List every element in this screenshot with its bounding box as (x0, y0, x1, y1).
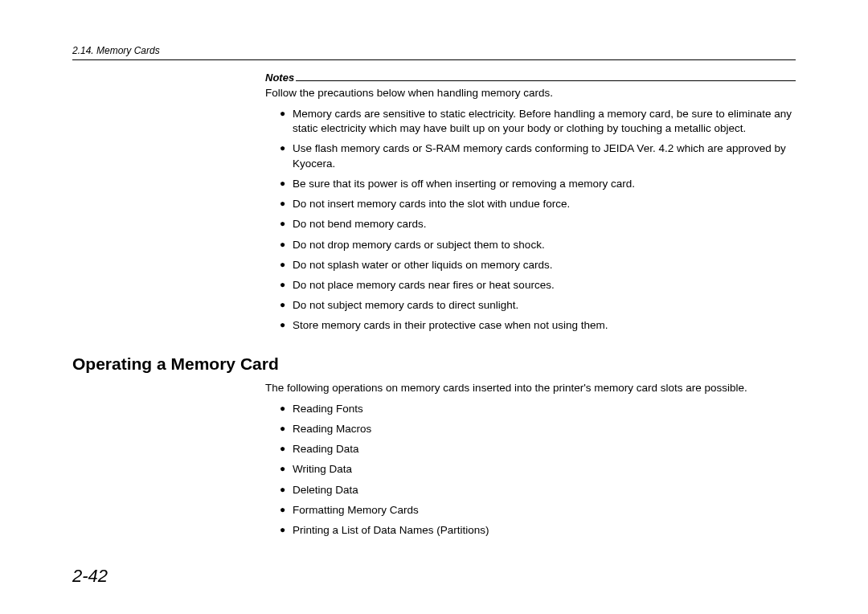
page-number: 2-42 (72, 566, 108, 587)
header-rule (72, 59, 796, 60)
list-item: Do not bend memory cards. (280, 217, 796, 231)
list-item: Writing Data (280, 462, 796, 477)
section-heading-operating: Operating a Memory Card (72, 354, 796, 374)
list-item: Do not insert memory cards into the slot… (280, 197, 796, 211)
operating-intro: The following operations on memory cards… (265, 382, 796, 394)
list-item: Be sure that its power is off when inser… (280, 177, 796, 191)
list-item: Store memory cards in their protective c… (280, 318, 796, 333)
notes-label: Notes (265, 72, 296, 84)
list-item: Reading Data (280, 442, 796, 456)
notes-rule (296, 80, 796, 81)
list-item: Do not drop memory cards or subject them… (280, 238, 796, 252)
notes-heading-row: Notes (265, 72, 796, 84)
document-page: 2.14. Memory Cards Notes Follow the prec… (0, 0, 868, 575)
list-item: Printing a List of Data Names (Partition… (280, 523, 796, 538)
list-item: Do not subject memory cards to direct su… (280, 298, 796, 313)
list-item: Formatting Memory Cards (280, 503, 796, 518)
list-item: Memory cards are sensitive to static ele… (280, 107, 796, 136)
list-item: Do not place memory cards near fires or … (280, 278, 796, 293)
notes-list: Memory cards are sensitive to static ele… (280, 107, 796, 334)
list-item: Use flash memory cards or S-RAM memory c… (280, 141, 796, 170)
operating-list: Reading Fonts Reading Macros Reading Dat… (280, 402, 796, 538)
list-item: Deleting Data (280, 483, 796, 497)
running-header: 2.14. Memory Cards (72, 45, 796, 56)
list-item: Reading Fonts (280, 402, 796, 416)
list-item: Do not splash water or other liquids on … (280, 258, 796, 272)
notes-intro: Follow the precautions below when handli… (265, 87, 796, 99)
list-item: Reading Macros (280, 422, 796, 436)
